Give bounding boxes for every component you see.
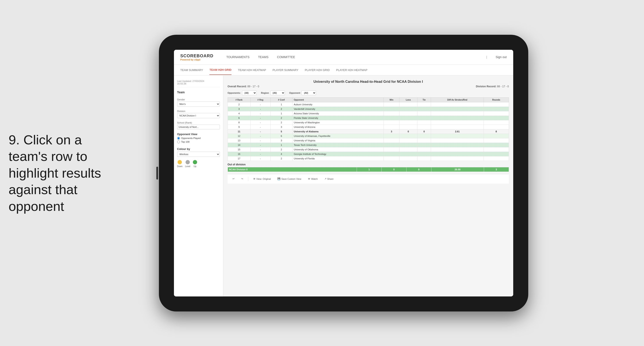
- cell-tie: [417, 102, 431, 107]
- cell-tie: [417, 152, 431, 156]
- cell-diff: [431, 111, 484, 116]
- watch-icon: 👁: [308, 178, 310, 180]
- col-rounds: Rounds: [484, 97, 509, 102]
- legend-down: Down: [177, 160, 183, 168]
- cell-opponent: Vanderbilt University: [292, 107, 384, 111]
- cell-reg: -: [250, 116, 270, 120]
- cell-reg: -: [250, 156, 270, 161]
- cell-conf: 4: [270, 152, 292, 156]
- cell-loss: [399, 152, 417, 156]
- tab-team-h2h-heatmap[interactable]: TEAM H2H HEATMAP: [238, 65, 266, 75]
- cell-tie: [417, 134, 431, 138]
- cell-tie: [417, 120, 431, 125]
- filter-region: Region (All): [261, 90, 285, 95]
- radio-opponents-played[interactable]: Opponents Played: [177, 137, 220, 140]
- cell-reg: -: [250, 125, 270, 129]
- cell-win: 3: [384, 129, 399, 134]
- table-row[interactable]: 14-1Texas Tech University: [228, 143, 509, 147]
- school-input[interactable]: [177, 125, 220, 129]
- cell-reg: -: [250, 152, 270, 156]
- save-custom-button[interactable]: 💾 Save Custom View: [276, 177, 303, 181]
- table-row[interactable]: 15-2University of Oklahoma: [228, 147, 509, 152]
- redo-button[interactable]: ↪: [240, 177, 245, 181]
- nav-teams[interactable]: TEAMS: [258, 54, 268, 60]
- cell-diff: [431, 152, 484, 156]
- opponent-filter-select[interactable]: (All): [302, 90, 316, 95]
- table-row[interactable]: 2-1Auburn University: [228, 102, 509, 107]
- cell-win: [384, 107, 399, 111]
- table-row[interactable]: 9-3University of Arizona: [228, 125, 509, 129]
- toolbar-divider-1: [248, 177, 248, 181]
- cell-opponent: Texas Tech University: [292, 143, 384, 147]
- sign-out-link[interactable]: Sign out: [496, 55, 506, 59]
- cell-conf: 1: [270, 143, 292, 147]
- cell-conf: 5: [270, 129, 292, 134]
- tab-player-h2h-heatmap[interactable]: PLAYER H2H HEATMAP: [336, 65, 367, 75]
- undo-button[interactable]: ↩: [231, 177, 236, 181]
- cell-opponent: University of Arizona: [292, 125, 384, 129]
- cell-conf: 2: [270, 120, 292, 125]
- tab-player-h2h-grid[interactable]: PLAYER H2H GRID: [305, 65, 330, 75]
- cell-conf: 2: [270, 116, 292, 120]
- table-row[interactable]: 4-1Arizona State University: [228, 111, 509, 116]
- radio-top100[interactable]: Top 100: [177, 140, 220, 143]
- table-row[interactable]: 17-2University of Florida: [228, 156, 509, 161]
- cell-reg: -: [250, 143, 270, 147]
- sidebar-school-label: School (Rank): [177, 121, 220, 124]
- legend-level-dot: [186, 160, 190, 164]
- cell-rank: 16: [228, 152, 250, 156]
- redo-icon: ↪: [241, 177, 243, 180]
- table-row[interactable]: 12-6University of Arkansas, Fayetteville: [228, 134, 509, 138]
- ood-label: NCAA Division II: [228, 167, 357, 172]
- main-content: Last Updated: 27/03/2024 16:55:38 Team G…: [174, 75, 513, 297]
- table-row[interactable]: 6-2Florida State University: [228, 116, 509, 120]
- table-row[interactable]: 3-2Vanderbilt University: [228, 107, 509, 111]
- cell-rounds: [484, 120, 509, 125]
- cell-rounds: [484, 147, 509, 152]
- table-row[interactable]: 13-3University of Virginia: [228, 138, 509, 143]
- sidebar-team-title: Team: [177, 90, 220, 94]
- table-row[interactable]: 8-2University of Washington: [228, 120, 509, 125]
- cell-rounds: [484, 152, 509, 156]
- overall-record: Overall Record: 89 - 17 - 0: [228, 85, 259, 88]
- view-original-button[interactable]: 👁 View: Original: [252, 177, 273, 181]
- cell-win: [384, 102, 399, 107]
- cell-rounds: [484, 138, 509, 143]
- sidebar-gender-label: Gender: [177, 98, 220, 101]
- logo-area: SCOREBOARD Powered by clippi: [180, 53, 214, 61]
- col-conf: # Conf: [270, 97, 292, 102]
- cell-reg: -: [250, 111, 270, 116]
- table-row[interactable]: 11-5University of Alabama3002.618: [228, 129, 509, 134]
- cell-win: [384, 116, 399, 120]
- instruction-body: Click on a team's row to highlight resul…: [8, 132, 101, 214]
- cell-diff: [431, 120, 484, 125]
- legend-up-dot: [193, 160, 197, 164]
- col-loss: Loss: [399, 97, 417, 102]
- tab-team-h2h-grid[interactable]: TEAM H2H GRID: [209, 65, 232, 75]
- sidebar-opponent-view-title: Opponent View: [177, 133, 220, 136]
- sidebar-school-section: School (Rank): [177, 121, 220, 129]
- nav-tournaments[interactable]: TOURNAMENTS: [226, 54, 250, 60]
- watch-button[interactable]: 👁 Watch: [306, 177, 320, 181]
- opponents-filter-select[interactable]: (All): [242, 90, 256, 95]
- sub-nav: TEAM SUMMARY TEAM H2H GRID TEAM H2H HEAT…: [174, 65, 513, 75]
- cell-loss: [399, 111, 417, 116]
- cell-loss: [399, 125, 417, 129]
- tab-player-summary[interactable]: PLAYER SUMMARY: [272, 65, 298, 75]
- ood-diff: 26.00: [431, 167, 484, 172]
- table-row[interactable]: 16-4Georgia Institute of Technology: [228, 152, 509, 156]
- out-of-division-row[interactable]: NCAA Division II 1 0 0 26.00 3: [228, 167, 509, 172]
- cell-loss: [399, 107, 417, 111]
- cell-win: [384, 120, 399, 125]
- cell-reg: -: [250, 129, 270, 134]
- outer-container: 9. Click on a team's row to highlight re…: [0, 0, 644, 346]
- gender-select[interactable]: Men's: [177, 101, 220, 107]
- cell-loss: [399, 134, 417, 138]
- region-filter-select[interactable]: (All): [270, 90, 285, 95]
- tab-team-summary[interactable]: TEAM SUMMARY: [180, 65, 203, 75]
- share-button[interactable]: ↗ Share: [323, 177, 335, 181]
- nav-committee[interactable]: COMMITTEE: [277, 54, 295, 60]
- sidebar-gender-section: Gender Men's: [177, 98, 220, 107]
- colour-select[interactable]: Win/loss: [177, 152, 220, 157]
- division-select[interactable]: NCAA Division I: [177, 113, 220, 118]
